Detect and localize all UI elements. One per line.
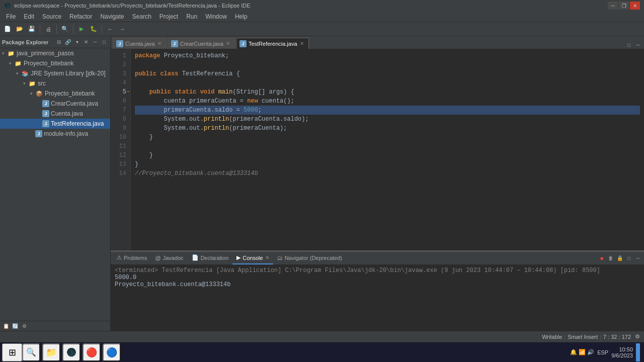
print-button[interactable]: 🖨 — [43, 24, 54, 35]
tree-item-label: Proyecto_bitebank — [24, 60, 73, 67]
bottom-tab[interactable]: 🗂Navigator (Deprecated) — [273, 252, 346, 264]
tab-minimize-button[interactable]: ─ — [634, 41, 642, 49]
clock-time: 10:50 — [611, 346, 633, 352]
tab-close-button[interactable]: ✕ — [157, 41, 162, 46]
writable-status: Writable — [542, 334, 562, 340]
menu-help[interactable]: Help — [231, 11, 252, 22]
forward-button[interactable]: → — [117, 24, 128, 35]
console-output: 5000.0Proyecto_bitebank.cuenta@133314b — [115, 274, 640, 288]
package-explorer-title: Package Explorer — [2, 39, 48, 45]
console-maximize-button[interactable]: □ — [625, 254, 633, 262]
taskbar-file-explorer[interactable]: 📁 — [42, 343, 60, 361]
editor-tab[interactable]: JTestReferencia.java✕ — [236, 38, 309, 49]
bottom-tab[interactable]: @Javadoc — [151, 252, 187, 264]
tree-item[interactable]: Jmodule-info.java — [0, 129, 110, 139]
right-panel: JCuenta.java✕JCrearCuenta.java✕JTestRefe… — [111, 36, 644, 331]
back-button[interactable]: ← — [105, 24, 116, 35]
menu-run[interactable]: Run — [182, 11, 201, 22]
status-options-icon[interactable]: ⚙ — [635, 333, 640, 340]
start-button[interactable]: ⊞ — [2, 343, 22, 361]
maximize-panel-button[interactable]: □ — [100, 38, 108, 46]
new-button[interactable]: 📄 — [2, 24, 13, 35]
menu-source[interactable]: Source — [38, 11, 65, 22]
tree-item[interactable]: JCuenta.java — [0, 109, 110, 119]
tree-action-3[interactable]: ⚙ — [20, 322, 28, 330]
collapse-all-button[interactable]: ⊟ — [55, 38, 63, 46]
restore-button[interactable]: ❐ — [619, 2, 629, 10]
taskbar-item-4[interactable]: 🔵 — [103, 343, 121, 361]
code-line: } — [135, 151, 640, 160]
view-menu-button[interactable]: ▾ — [73, 38, 81, 46]
tab-close-button[interactable]: ✕ — [225, 41, 230, 46]
bottom-tab[interactable]: ▶Console✕ — [232, 252, 273, 264]
bottom-tab-label: Navigator (Deprecated) — [285, 255, 342, 261]
editor-tab[interactable]: JCuenta.java✕ — [113, 38, 167, 49]
menu-window[interactable]: Window — [201, 11, 231, 22]
tree-item[interactable]: ▾📁java_primeros_pasos — [0, 48, 110, 58]
menu-file[interactable]: File — [2, 11, 20, 22]
open-button[interactable]: 📂 — [14, 24, 25, 35]
tree-item[interactable]: ▾📦Proyecto_bitebank — [0, 88, 110, 99]
bottom-tab-icon: 📄 — [192, 254, 199, 261]
tree-action-1[interactable]: 📋 — [2, 322, 10, 330]
code-area[interactable]: package Proyecto_bitebank; public class … — [131, 49, 644, 250]
tree-item[interactable]: ▾📁Proyecto_bitebank — [0, 58, 110, 68]
line-number: 5⇒ — [111, 87, 128, 97]
console-terminated-text: <terminated> TestReferencia [Java Applic… — [115, 267, 640, 274]
link-editor-button[interactable]: 🔗 — [64, 38, 72, 46]
sep3 — [73, 25, 73, 34]
menu-search[interactable]: Search — [128, 11, 155, 22]
run-button[interactable]: ▶ — [76, 24, 87, 35]
console-clear-button[interactable]: 🗑 — [607, 254, 615, 262]
tab-java-icon: J — [116, 40, 123, 47]
debug-button[interactable]: 🐛 — [88, 24, 99, 35]
tree-item-icon: 📦 — [35, 89, 43, 98]
console-scroll-lock-button[interactable]: 🔒 — [616, 254, 624, 262]
minimize-panel-button[interactable]: ─ — [91, 38, 99, 46]
tree-item[interactable]: JTestReferencia.java — [0, 119, 110, 129]
minimize-button[interactable]: ─ — [608, 2, 618, 10]
menu-navigate[interactable]: Navigate — [96, 11, 128, 22]
file-tree: ▾📁java_primeros_pasos▾📁Proyecto_bitebank… — [0, 48, 110, 321]
menu-project[interactable]: Project — [155, 11, 182, 22]
search-button[interactable]: 🔍 — [59, 24, 70, 35]
tab-label: TestReferencia.java — [249, 41, 297, 47]
left-panel-controls: ⊟ 🔗 ▾ ✕ ─ □ — [55, 38, 108, 46]
bottom-tab-close-button[interactable]: ✕ — [265, 255, 269, 260]
code-line — [135, 78, 640, 87]
bottom-panel-controls: ■ 🗑 🔒 □ ─ — [598, 254, 642, 262]
console-stop-button[interactable]: ■ — [598, 254, 606, 262]
bottom-tab[interactable]: ⚠Problems — [113, 252, 151, 264]
tab-java-icon: J — [239, 40, 247, 47]
tree-item-icon: 📁 — [7, 49, 15, 57]
console-area[interactable]: <terminated> TestReferencia [Java Applic… — [111, 265, 644, 331]
taskbar-eclipse[interactable]: 🌑 — [62, 343, 80, 361]
tree-item[interactable]: ▾📁src — [0, 78, 110, 88]
save-button[interactable]: 💾 — [26, 24, 37, 35]
title-bar-icon: 🌑 — [4, 3, 11, 9]
keyboard-lang: ESP — [597, 349, 608, 355]
taskbar-search[interactable]: 🔍 — [22, 343, 40, 361]
editor-tab[interactable]: JCrearCuenta.java✕ — [168, 38, 235, 49]
tree-item[interactable]: JCrearCuenta.java — [0, 99, 110, 109]
tree-item[interactable]: ▾📚JRE System Library [jdk-20] — [0, 68, 110, 78]
tree-item-label: TestReferencia.java — [51, 120, 104, 127]
editor-tab-controls: □ ─ — [625, 41, 642, 49]
bottom-tab[interactable]: 📄Declaration — [188, 252, 233, 264]
console-minimize-button[interactable]: ─ — [634, 254, 642, 262]
menu-refactor[interactable]: Refactor — [65, 11, 96, 22]
taskbar-item-3[interactable]: 🔴 — [83, 343, 101, 361]
code-line: package Proyecto_bitebank; — [135, 51, 640, 60]
tree-item-label: JRE System Library [jdk-20] — [31, 70, 106, 77]
main-content: Package Explorer ⊟ 🔗 ▾ ✕ ─ □ ▾📁java_prim… — [0, 36, 644, 331]
tab-maximize-button[interactable]: □ — [625, 41, 633, 49]
close-panel-button[interactable]: ✕ — [82, 38, 90, 46]
tree-action-2[interactable]: 🔄 — [11, 322, 19, 330]
expand-arrow-icon: ▾ — [16, 71, 21, 76]
close-button[interactable]: ✕ — [630, 2, 640, 10]
show-desktop-button[interactable] — [636, 343, 640, 361]
tab-close-button[interactable]: ✕ — [299, 41, 304, 46]
menu-edit[interactable]: Edit — [20, 11, 38, 22]
editor-area[interactable]: 12345⇒67891011121314 package Proyecto_bi… — [111, 49, 644, 250]
bottom-split: ⚠Problems@Javadoc📄Declaration▶Console✕🗂N… — [111, 250, 644, 331]
